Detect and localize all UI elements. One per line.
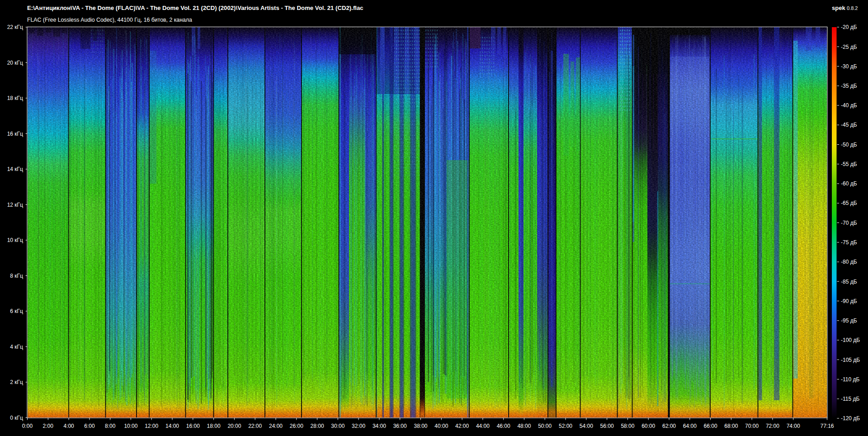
svg-text:-45 дБ: -45 дБ [841, 122, 857, 128]
svg-text:36:00: 36:00 [393, 423, 407, 429]
svg-text:64:00: 64:00 [683, 423, 697, 429]
svg-text:22:00: 22:00 [248, 423, 262, 429]
svg-text:6:00: 6:00 [84, 423, 95, 429]
svg-text:-25 дБ: -25 дБ [841, 44, 857, 50]
svg-text:-95 дБ: -95 дБ [841, 318, 857, 324]
svg-text:28:00: 28:00 [311, 423, 324, 429]
svg-text:14:00: 14:00 [165, 423, 179, 429]
svg-text:20:00: 20:00 [227, 423, 241, 429]
svg-text:18:00: 18:00 [207, 423, 221, 429]
svg-text:12 кГц: 12 кГц [7, 202, 23, 208]
svg-text:8 кГц: 8 кГц [10, 273, 23, 279]
svg-text:58:00: 58:00 [621, 423, 634, 429]
svg-text:18 кГц: 18 кГц [7, 95, 23, 101]
svg-text:68:00: 68:00 [724, 423, 738, 429]
svg-text:16 кГц: 16 кГц [7, 131, 23, 137]
svg-text:24:00: 24:00 [269, 423, 283, 429]
svg-text:-75 дБ: -75 дБ [841, 239, 857, 246]
svg-text:-115 дБ: -115 дБ [841, 396, 859, 402]
svg-text:30:00: 30:00 [331, 423, 344, 429]
svg-text:-105 дБ: -105 дБ [841, 357, 860, 363]
svg-text:-55 дБ: -55 дБ [841, 161, 857, 167]
svg-text:-85 дБ: -85 дБ [841, 279, 857, 285]
svg-text:-20 дБ: -20 дБ [841, 24, 857, 30]
svg-text:2:00: 2:00 [43, 423, 54, 429]
svg-text:50:00: 50:00 [538, 423, 552, 429]
svg-text:77:16: 77:16 [820, 423, 834, 429]
svg-text:-90 дБ: -90 дБ [841, 298, 857, 304]
svg-text:-40 дБ: -40 дБ [841, 102, 857, 109]
svg-text:8:00: 8:00 [105, 423, 116, 429]
svg-text:44:00: 44:00 [476, 423, 490, 429]
svg-text:FLAC (Free Lossless Audio Code: FLAC (Free Lossless Audio Codec), 44100 … [27, 17, 192, 23]
svg-text:14 кГц: 14 кГц [7, 166, 23, 172]
svg-text:-30 дБ: -30 дБ [841, 63, 857, 70]
svg-text:26:00: 26:00 [290, 423, 303, 429]
svg-text:-80 дБ: -80 дБ [841, 259, 857, 265]
svg-text:16:00: 16:00 [186, 423, 200, 429]
svg-text:-60 дБ: -60 дБ [841, 180, 857, 187]
svg-text:0.8.2: 0.8.2 [847, 5, 858, 11]
svg-text:62:00: 62:00 [662, 423, 676, 429]
svg-text:40:00: 40:00 [434, 423, 448, 429]
svg-text:56:00: 56:00 [600, 423, 614, 429]
svg-text:20 кГц: 20 кГц [7, 60, 23, 66]
svg-text:46:00: 46:00 [497, 423, 510, 429]
svg-text:10 кГц: 10 кГц [7, 237, 23, 243]
svg-text:60:00: 60:00 [642, 423, 655, 429]
svg-text:12:00: 12:00 [145, 423, 158, 429]
svg-text:52:00: 52:00 [559, 423, 572, 429]
svg-text:2 кГц: 2 кГц [10, 379, 23, 385]
svg-text:66:00: 66:00 [704, 423, 717, 429]
svg-text:6 кГц: 6 кГц [10, 308, 23, 314]
svg-text:74:00: 74:00 [787, 423, 800, 429]
svg-text:42:00: 42:00 [455, 423, 469, 429]
svg-text:70:00: 70:00 [745, 423, 759, 429]
svg-text:22 кГц: 22 кГц [7, 24, 23, 30]
svg-text:E:\Антициклон\VA - The Dome (F: E:\Антициклон\VA - The Dome (FLAC)\VA - … [27, 5, 363, 11]
svg-text:72:00: 72:00 [766, 423, 779, 429]
svg-text:10:00: 10:00 [124, 423, 137, 429]
svg-text:0:00: 0:00 [22, 423, 33, 429]
svg-text:34:00: 34:00 [373, 423, 386, 429]
svg-text:-65 дБ: -65 дБ [841, 200, 857, 206]
svg-text:32:00: 32:00 [352, 423, 365, 429]
svg-text:-100 дБ: -100 дБ [841, 337, 860, 343]
svg-text:54:00: 54:00 [580, 423, 593, 429]
svg-text:-70 дБ: -70 дБ [841, 220, 857, 226]
svg-text:38:00: 38:00 [414, 423, 427, 429]
svg-text:-35 дБ: -35 дБ [841, 83, 857, 89]
svg-text:-50 дБ: -50 дБ [841, 142, 857, 148]
svg-text:-110 дБ: -110 дБ [841, 376, 859, 383]
svg-text:spek: spek [832, 5, 845, 11]
svg-text:48:00: 48:00 [517, 423, 531, 429]
svg-text:4:00: 4:00 [63, 423, 74, 429]
svg-text:4 кГц: 4 кГц [10, 344, 23, 350]
svg-text:-120 дБ: -120 дБ [841, 415, 860, 422]
svg-text:0 кГц: 0 кГц [10, 415, 23, 421]
